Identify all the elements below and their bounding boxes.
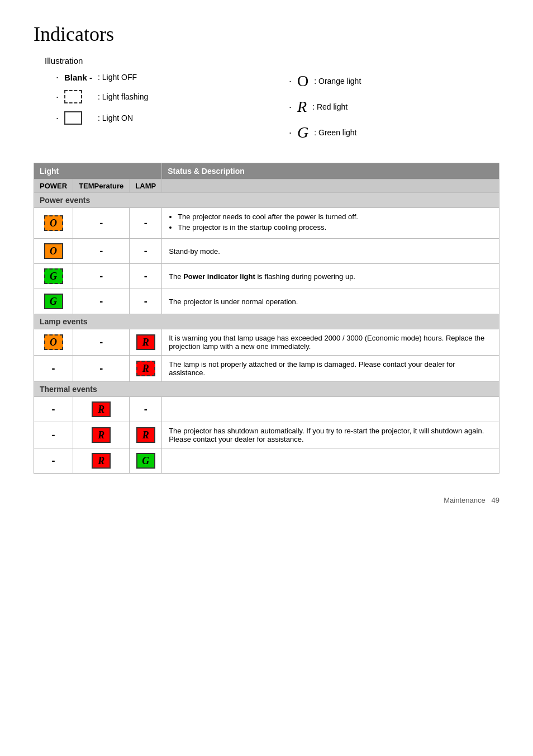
light-header: Light [34, 163, 162, 179]
illustration-label: Illustration [45, 56, 499, 65]
indicator-cell: - [34, 422, 73, 448]
table-row: O--Stand-by mode. [34, 239, 499, 264]
indicator-cell: - [73, 239, 130, 264]
indicator-cell: R [73, 448, 130, 474]
indicator-cell: - [130, 397, 162, 422]
section-label: Thermal events [34, 382, 499, 397]
temp-subheader: TEMPerature [73, 179, 130, 193]
indicator-cell: - [34, 448, 73, 474]
status-cell: The projector needs to cool after the po… [162, 208, 499, 239]
indicator-cell: - [130, 289, 162, 314]
indicator-cell: - [34, 356, 73, 382]
orange-indicator: O [44, 243, 63, 259]
legend-item-flash: · : Light flashing [56, 90, 266, 103]
table-subheader-row: POWER TEMPerature LAMP [34, 179, 499, 193]
orange-flash-indicator: O [44, 215, 63, 231]
indicator-cell: - [73, 264, 130, 289]
status-cell: The projector has shutdown automatically… [162, 422, 499, 448]
red-indicator: R [136, 334, 155, 350]
on-icon [64, 111, 82, 125]
status-cell: The lamp is not properly attached or the… [162, 356, 499, 382]
table-row: -R- [34, 397, 499, 422]
status-cell: Stand-by mode. [162, 239, 499, 264]
indicator-cell: - [34, 397, 73, 422]
orange-letter-icon: O [297, 72, 308, 90]
status-header: Status & Description [162, 163, 499, 179]
indicator-cell: - [73, 208, 130, 239]
indicator-cell: R [73, 422, 130, 448]
table-row: G--The projector is under normal operati… [34, 289, 499, 314]
table-row: -RG [34, 448, 499, 474]
indicator-cell: O [34, 208, 73, 239]
indicator-cell: G [34, 289, 73, 314]
legend-item-blank: · Blank - : Light OFF [56, 72, 266, 82]
status-cell: The Power indicator light is flashing du… [162, 264, 499, 289]
status-cell [162, 397, 499, 422]
table-row: G--The Power indicator light is flashing… [34, 264, 499, 289]
red-indicator: R [92, 427, 111, 443]
indicator-cell: R [130, 356, 162, 382]
indicator-cell: R [73, 397, 130, 422]
legend-item-orange: · O : Orange light [289, 72, 499, 90]
table-row: -RRThe projector has shutdown automatica… [34, 422, 499, 448]
footer: Maintenance 49 [34, 496, 499, 504]
table-header-row: Light Status & Description [34, 163, 499, 179]
green-indicator: G [136, 453, 155, 469]
green-flash-indicator: G [44, 268, 63, 284]
legend-item-green: · G : Green light [289, 124, 499, 141]
orange-flash-indicator: O [44, 334, 63, 350]
table-row: --RThe lamp is not properly attached or … [34, 356, 499, 382]
indicator-cell: R [130, 329, 162, 356]
status-cell [162, 448, 499, 474]
status-cell: It is warning you that lamp usage has ex… [162, 329, 499, 356]
indicator-cell: - [73, 289, 130, 314]
indicator-cell: - [73, 329, 130, 356]
indicators-table: Light Status & Description POWER TEMPera… [34, 163, 499, 474]
flash-icon [64, 90, 82, 103]
red-letter-icon: R [297, 98, 307, 116]
section-header-row: Thermal events [34, 382, 499, 397]
section-header-row: Lamp events [34, 314, 499, 329]
indicator-cell: - [130, 208, 162, 239]
indicator-cell: - [130, 239, 162, 264]
page-title: Indicators [34, 22, 499, 46]
indicator-cell: G [130, 448, 162, 474]
legend-item-on: · : Light ON [56, 111, 266, 125]
green-letter-icon: G [297, 124, 308, 141]
indicator-cell: G [34, 264, 73, 289]
indicator-cell: R [130, 422, 162, 448]
indicator-cell: O [34, 239, 73, 264]
green-indicator: G [44, 294, 63, 309]
section-label: Power events [34, 193, 499, 208]
indicator-cell: - [73, 356, 130, 382]
legend-item-red: · R : Red light [289, 98, 499, 116]
legend-grid: · Blank - : Light OFF · : Light flashing… [56, 72, 499, 149]
indicator-cell: - [130, 264, 162, 289]
indicator-cell: O [34, 329, 73, 356]
lamp-subheader: LAMP [130, 179, 162, 193]
table-row: O-RIt is warning you that lamp usage has… [34, 329, 499, 356]
footer-label: Maintenance [444, 496, 485, 504]
section-header-row: Power events [34, 193, 499, 208]
red-indicator: R [92, 401, 111, 417]
status-cell: The projector is under normal operation. [162, 289, 499, 314]
section-label: Lamp events [34, 314, 499, 329]
footer-page: 49 [492, 496, 499, 504]
red-indicator: R [136, 427, 155, 443]
power-subheader: POWER [34, 179, 73, 193]
red-flash-indicator: R [136, 361, 155, 376]
table-row: O--The projector needs to cool after the… [34, 208, 499, 239]
red-indicator: R [92, 453, 111, 469]
blank-icon: Blank - [64, 73, 92, 82]
